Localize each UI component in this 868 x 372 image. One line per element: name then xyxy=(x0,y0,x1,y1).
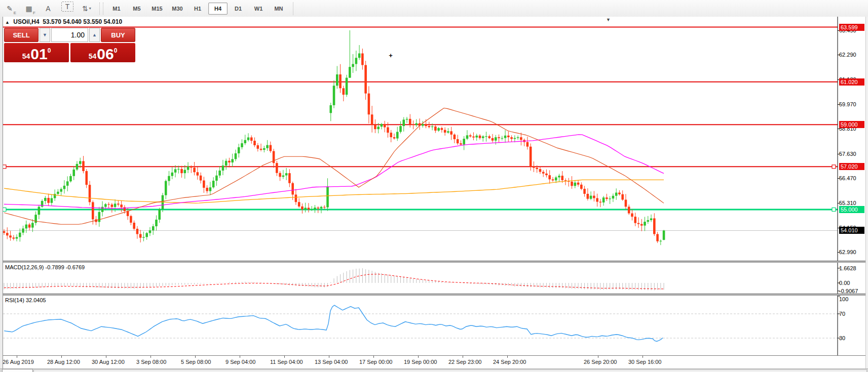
time-tick xyxy=(17,356,17,358)
time-tick xyxy=(463,356,463,358)
time-label: 30 Sep 16:00 xyxy=(628,359,661,365)
window-left-border xyxy=(0,17,3,372)
grid-icon[interactable]: ▦F xyxy=(21,2,37,16)
buy-button[interactable]: BUY xyxy=(101,28,135,42)
main-chart-panel[interactable]: + ▲ USOil,H4 53.570 54.040 53.550 54.010… xyxy=(0,17,868,261)
macd-label: MACD(12,26,9) -0.7899 -0.6769 xyxy=(5,264,85,270)
timeframe-toolbar: M1M5M15M30H1H4D1W1MN xyxy=(106,3,289,15)
time-tick xyxy=(61,356,62,358)
time-label: 30 Aug 12:00 xyxy=(92,359,125,365)
macd-axis-label: 0.00 xyxy=(839,279,864,286)
time-tick xyxy=(150,356,151,358)
level-price-label: 63.599 xyxy=(839,24,864,31)
time-tick xyxy=(507,356,508,358)
toolbar: ✎E▦FAT⇅▾ M1M5M15M30H1H4D1W1MN xyxy=(0,0,868,17)
time-tick xyxy=(284,356,285,358)
timeframe-m30[interactable]: M30 xyxy=(168,3,187,15)
time-tick xyxy=(418,356,419,358)
time-label: 28 Aug 12:00 xyxy=(47,359,80,365)
chart-tab[interactable] xyxy=(2,369,33,372)
price-tick-label: 57.630 xyxy=(839,150,864,157)
price-tick-label: 59.970 xyxy=(839,101,864,108)
timeframe-w1[interactable]: W1 xyxy=(249,3,268,15)
timeframe-m1[interactable]: M1 xyxy=(107,3,126,15)
macd-axis-label: -0.9067 xyxy=(839,287,864,295)
rsi-axis-label: 100 xyxy=(839,296,864,303)
text-box-icon[interactable]: T xyxy=(61,2,73,12)
timeframe-mn[interactable]: MN xyxy=(269,3,288,15)
time-label: 13 Sep 04:00 xyxy=(315,359,348,365)
trading-terminal: ✎E▦FAT⇅▾ M1M5M15M30H1H4D1W1MN + ▲ USOil,… xyxy=(0,0,868,372)
time-label: 11 Sep 04:00 xyxy=(270,359,303,365)
rsi-line xyxy=(4,305,663,341)
chart-tab-bar xyxy=(0,368,868,372)
price-tick-label: 62.290 xyxy=(839,51,864,58)
sell-price-sup: 0 xyxy=(48,48,51,54)
time-label: 3 Sep 08:00 xyxy=(136,359,166,365)
sell-price-display[interactable]: 54010 xyxy=(4,43,69,62)
time-label: 9 Sep 04:00 xyxy=(225,359,255,365)
toolbar-end-divider xyxy=(293,2,293,15)
patterns-icon[interactable]: ✎E xyxy=(2,2,18,16)
timeframe-d1[interactable]: D1 xyxy=(229,3,248,15)
timeframe-m5[interactable]: M5 xyxy=(127,3,146,15)
buy-price-small: 54 xyxy=(89,53,97,60)
arrows-objects-icon[interactable]: ⇅▾ xyxy=(79,2,95,16)
time-tick xyxy=(106,356,106,358)
time-axis[interactable]: 26 Aug 201928 Aug 12:0030 Aug 12:003 Sep… xyxy=(0,355,868,369)
symbol-timeframe: USOil,H4 xyxy=(13,18,39,25)
buy-price-sup: 0 xyxy=(114,48,118,54)
window-right-border xyxy=(865,17,868,372)
volume-increase-button[interactable]: ▲ xyxy=(89,28,100,42)
one-click-trading-widget: SELL ▼ 1.00 ▲ BUY 54010 54060 xyxy=(4,28,135,62)
volume-decrease-button[interactable]: ▼ xyxy=(40,28,50,42)
time-tick xyxy=(195,356,196,358)
timeframe-h1[interactable]: H1 xyxy=(188,3,207,15)
time-tick xyxy=(240,356,240,358)
time-tick xyxy=(643,356,643,358)
sell-button[interactable]: SELL xyxy=(4,28,39,42)
sell-price-big: 01 xyxy=(30,48,47,61)
time-label: 26 Sep 20:00 xyxy=(584,359,617,365)
chart-title: ▲ USOil,H4 53.570 54.040 53.550 54.010 xyxy=(5,18,122,25)
sell-price-small: 54 xyxy=(22,53,30,60)
text-label-icon[interactable]: A xyxy=(40,2,56,16)
macd-plot[interactable] xyxy=(0,263,868,294)
ma-slow-orange xyxy=(4,180,664,203)
timeframe-m15[interactable]: M15 xyxy=(147,3,167,15)
drawing-toolbar: ✎E▦FAT⇅▾ xyxy=(0,2,96,16)
macd-panel[interactable]: MACD(12,26,9) -0.7899 -0.6769 xyxy=(0,263,868,294)
tab-bar-panel xyxy=(33,369,867,372)
buy-price-display[interactable]: 54060 xyxy=(70,43,135,62)
level-price-label: 55.000 xyxy=(839,206,864,213)
time-label: 5 Sep 08:00 xyxy=(181,359,211,365)
rsi-axis-label: 30 xyxy=(839,335,864,342)
time-tick xyxy=(598,356,598,358)
rsi-panel[interactable]: RSI(14) 32.0405 xyxy=(0,296,868,355)
rsi-label: RSI(14) 32.0405 xyxy=(5,297,46,303)
rsi-plot[interactable] xyxy=(0,296,868,355)
price-tick-label: 56.470 xyxy=(839,175,864,182)
level-price-label: 57.020 xyxy=(839,163,864,170)
toolbar-separator xyxy=(99,3,103,15)
level-price-label: 59.000 xyxy=(839,121,864,128)
ohlc-values: 53.570 54.040 53.550 54.010 xyxy=(43,18,122,25)
macd-axis-label: 1.6628 xyxy=(839,265,864,272)
time-label: 19 Sep 00:00 xyxy=(404,359,437,365)
current-price-label: 54.010 xyxy=(839,227,864,234)
time-tick xyxy=(373,356,374,358)
ma-mid-magenta xyxy=(4,135,664,209)
chart-window[interactable]: + ▲ USOil,H4 53.570 54.040 53.550 54.010… xyxy=(0,17,868,372)
price-tick-label: 55.310 xyxy=(839,199,864,206)
cross-annotation: + xyxy=(389,52,393,59)
level-price-label: 61.020 xyxy=(839,78,864,86)
time-label: 22 Sep 23:00 xyxy=(448,359,481,365)
price-tick-label: 52.990 xyxy=(839,249,864,256)
chart-shift-icon[interactable]: ▼ xyxy=(606,17,611,22)
time-tick xyxy=(329,356,329,358)
buy-price-big: 06 xyxy=(97,48,114,61)
time-label: 26 Aug 2019 xyxy=(3,359,34,365)
timeframe-h4[interactable]: H4 xyxy=(208,3,228,15)
volume-input[interactable]: 1.00 xyxy=(51,28,88,42)
time-label: 24 Sep 20:00 xyxy=(493,359,526,365)
